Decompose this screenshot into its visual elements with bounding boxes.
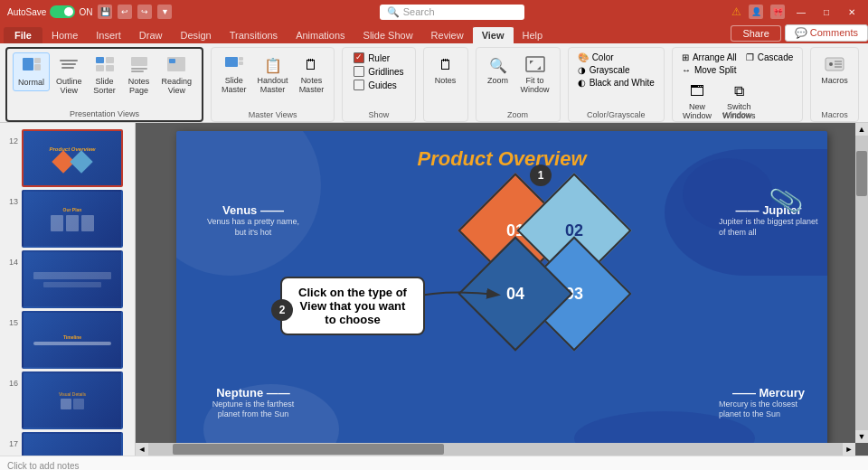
cascade-button[interactable]: ❐ Cascade xyxy=(742,52,797,63)
master-views-buttons: SlideMaster 📋 HandoutMaster 🗒 NotesMaste… xyxy=(217,52,328,98)
color-button[interactable]: 🎨 Color xyxy=(574,52,618,63)
v-scroll-thumb[interactable] xyxy=(856,151,867,196)
tab-review[interactable]: Review xyxy=(422,27,473,43)
guides-check-icon xyxy=(354,80,364,90)
search-icon: 🔍 xyxy=(387,6,400,18)
maximize-button[interactable]: □ xyxy=(817,5,835,19)
macros-button[interactable]: Macros xyxy=(816,52,853,89)
zoom-button[interactable]: 🔍 Zoom xyxy=(482,52,514,89)
h-scroll-thumb[interactable] xyxy=(173,444,444,455)
notes-button[interactable]: 🗒 Notes xyxy=(429,52,462,89)
search-box[interactable]: 🔍 Search xyxy=(380,5,524,20)
vertical-scrollbar[interactable]: ▲ ▼ xyxy=(855,123,868,443)
view-normal-button[interactable]: Normal xyxy=(13,52,50,91)
svg-rect-3 xyxy=(60,60,78,61)
slide-num-16: 16 xyxy=(4,371,18,388)
guides-label: Guides xyxy=(368,80,397,90)
slide-panel[interactable]: 12 Product Overview 13 Our Plan xyxy=(0,123,136,456)
svg-rect-12 xyxy=(131,70,144,72)
comments-button[interactable]: 💬 Comments xyxy=(785,24,868,42)
save-icon[interactable]: 💾 xyxy=(98,5,112,19)
account-icon[interactable]: 👤 xyxy=(749,5,763,19)
notes-icon: 🗒 xyxy=(435,54,457,76)
zoom-buttons: 🔍 Zoom Fit toWindow xyxy=(482,52,554,98)
window-group: ⊞ Arrange All ❐ Cascade ↔ Move Split 🗔 N… xyxy=(672,47,803,122)
slide-thumb-12[interactable]: 12 Product Overview xyxy=(4,129,131,187)
fit-to-window-button[interactable]: Fit toWindow xyxy=(516,52,554,98)
tab-animations[interactable]: Animations xyxy=(287,27,354,43)
view-outline-button[interactable]: OutlineView xyxy=(52,52,87,99)
undo-icon[interactable]: ↩ xyxy=(118,5,132,19)
master-views-label: Master Views xyxy=(249,110,297,119)
new-window-label: NewWindow xyxy=(683,103,712,121)
ruler-checkbox[interactable]: Ruler xyxy=(350,52,393,64)
svg-point-22 xyxy=(829,62,833,66)
arrange-all-button[interactable]: ⊞ Arrange All xyxy=(678,52,741,63)
tab-design[interactable]: Design xyxy=(171,27,220,43)
autosave-toggle[interactable] xyxy=(50,5,75,18)
ruler-label: Ruler xyxy=(368,53,390,63)
title-bar: AutoSave ON 💾 ↩ ↪ ▼ 🔍 Search ⚠ 👤 🎀 — □ ✕ xyxy=(0,0,868,24)
tab-home[interactable]: Home xyxy=(42,27,87,43)
share-button[interactable]: Share xyxy=(731,25,780,42)
main-slide: 📎 Product Overview Venus —— Venus has a … xyxy=(176,131,827,447)
slide-15-content: Timeline xyxy=(24,313,121,367)
slide-thumb-14[interactable]: 14 xyxy=(4,250,131,308)
new-window-button[interactable]: 🗔 NewWindow xyxy=(678,78,716,124)
grayscale-button[interactable]: ◑ Grayscale xyxy=(574,64,634,76)
handout-master-icon: 📋 xyxy=(262,54,284,76)
svg-rect-7 xyxy=(106,57,114,63)
tab-draw[interactable]: Draw xyxy=(130,27,172,43)
venus-name: Venus —— xyxy=(203,203,303,217)
slide-num-17: 17 xyxy=(4,432,18,448)
minimize-button[interactable]: — xyxy=(792,5,810,19)
handout-master-label: HandoutMaster xyxy=(258,77,288,95)
gridlines-checkbox[interactable]: Gridlines xyxy=(350,65,407,78)
slide-master-button[interactable]: SlideMaster xyxy=(217,52,251,98)
slide-sorter-label: SlideSorter xyxy=(93,78,116,96)
view-notes-page-button[interactable]: NotesPage xyxy=(123,52,156,99)
scroll-right-button[interactable]: ► xyxy=(843,443,855,456)
notes-master-label: NotesMaster xyxy=(299,77,325,95)
tab-view[interactable]: View xyxy=(473,25,514,43)
venus-section: Venus —— Venus has a pretty name, but it… xyxy=(203,203,303,238)
tab-insert[interactable]: Insert xyxy=(87,27,130,43)
fit-window-label: Fit toWindow xyxy=(521,77,550,95)
scroll-up-button[interactable]: ▲ xyxy=(855,123,868,136)
svg-rect-18 xyxy=(526,57,544,71)
close-button[interactable]: ✕ xyxy=(843,5,861,19)
notes-bar[interactable]: Click to add notes xyxy=(0,456,868,470)
slide-thumb-13[interactable]: 13 Our Plan xyxy=(4,190,131,248)
redo-icon[interactable]: ↪ xyxy=(137,5,152,19)
zoom-icon: 🔍 xyxy=(487,54,509,76)
presentation-views-label: Presentation Views xyxy=(70,109,139,118)
slide-thumb-15[interactable]: 15 Timeline xyxy=(4,311,131,369)
tab-help[interactable]: Help xyxy=(514,27,552,43)
slide-thumb-16[interactable]: 16 Visual Details xyxy=(4,371,131,429)
horizontal-scrollbar[interactable]: ◄ ► xyxy=(136,443,855,456)
scroll-down-button[interactable]: ▼ xyxy=(855,430,868,443)
canvas-area: 1 2 Click on the type of View that you w… xyxy=(136,123,868,456)
tab-slideshow[interactable]: Slide Show xyxy=(354,27,422,43)
ribbon-collapse-icon[interactable]: 🎀 xyxy=(770,5,785,19)
title-bar-right: ⚠ 👤 🎀 — □ ✕ xyxy=(731,5,861,19)
move-split-button[interactable]: ↔ Move Split xyxy=(678,64,797,76)
title-bar-center: 🔍 Search xyxy=(380,5,524,20)
handout-master-button[interactable]: 📋 HandoutMaster xyxy=(253,52,293,98)
view-slide-sorter-button[interactable]: SlideSorter xyxy=(89,52,121,99)
normal-label: Normal xyxy=(18,79,44,88)
zoom-label: Zoom xyxy=(487,77,508,86)
notes-master-icon: 🗒 xyxy=(300,54,322,76)
show-group: Ruler Gridlines Guides Show xyxy=(342,47,415,122)
scroll-left-button[interactable]: ◄ xyxy=(136,443,148,456)
guides-checkbox[interactable]: Guides xyxy=(350,79,401,91)
view-reading-button[interactable]: ReadingView xyxy=(157,52,197,99)
bw-icon: ◐ xyxy=(578,78,586,88)
tab-file[interactable]: File xyxy=(4,27,42,43)
more-tools-icon[interactable]: ▼ xyxy=(157,5,172,19)
tab-transitions[interactable]: Transitions xyxy=(221,27,287,43)
notes-master-button[interactable]: 🗒 NotesMaster xyxy=(295,52,329,98)
bw-button[interactable]: ◐ Black and White xyxy=(574,77,658,89)
slide-thumb-17[interactable]: 17 xyxy=(4,432,131,456)
autosave-state: ON xyxy=(79,7,92,17)
